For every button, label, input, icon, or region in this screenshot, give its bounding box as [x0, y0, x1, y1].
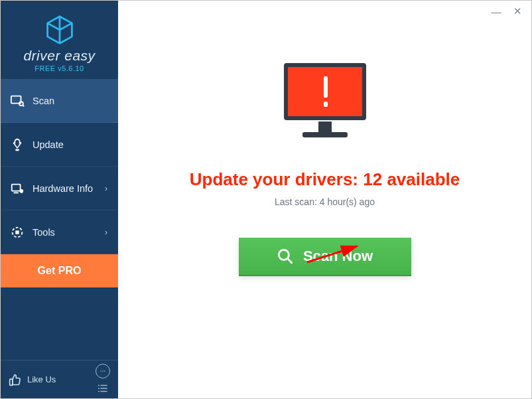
brand-wordmark: driver easy: [23, 48, 95, 64]
get-pro-label: Get PRO: [38, 265, 82, 277]
svg-point-19: [98, 390, 100, 392]
sidebar-item-label: Hardware Info: [33, 183, 105, 194]
sidebar-nav: Scan Update i: [1, 79, 118, 287]
logo-icon: [44, 15, 75, 45]
headline-count: 12: [363, 169, 382, 189]
last-scan-text: Last scan: 4 hour(s) ago: [275, 197, 375, 207]
sidebar-bottom: Like Us: [1, 360, 118, 398]
svg-point-13: [102, 370, 103, 372]
scan-now-button[interactable]: Scan Now: [239, 238, 411, 275]
sidebar-item-update[interactable]: Update: [1, 123, 118, 167]
scan-icon: [10, 94, 25, 108]
sidebar-spacer: [1, 287, 118, 360]
last-scan-value: 4 hour(s) ago: [320, 197, 375, 207]
sidebar-item-scan[interactable]: Scan: [1, 79, 118, 123]
main-panel: — ✕ Update your drivers: 12 available La…: [118, 1, 531, 398]
sidebar-item-hardware-info[interactable]: i Hardware Info ›: [1, 167, 118, 210]
minimize-button[interactable]: —: [486, 3, 506, 19]
svg-point-12: [100, 370, 101, 372]
tools-icon: [10, 225, 25, 240]
svg-line-3: [23, 105, 24, 106]
brand-version-prefix: FREE v: [34, 64, 62, 72]
titlebar: — ✕: [486, 1, 531, 22]
svg-rect-25: [324, 76, 328, 98]
headline-suffix: available: [382, 169, 460, 189]
brand-block: driver easy FREE v5.6.10: [1, 1, 118, 79]
sidebar-item-label: Tools: [33, 227, 105, 238]
svg-rect-4: [15, 149, 19, 151]
close-button[interactable]: ✕: [507, 3, 527, 19]
svg-rect-5: [12, 184, 21, 191]
sidebar-item-label: Scan: [33, 96, 109, 106]
chevron-right-icon: ›: [105, 228, 107, 237]
brand-version: FREE v5.6.10: [34, 64, 84, 72]
scan-now-label: Scan Now: [303, 248, 373, 265]
like-us-label: Like Us: [27, 374, 56, 384]
menu-list-icon[interactable]: [96, 381, 110, 396]
svg-rect-10: [15, 230, 19, 234]
svg-rect-11: [10, 379, 13, 385]
brand-version-number: 5.6.10: [62, 64, 84, 72]
last-scan-prefix: Last scan:: [275, 197, 320, 207]
sidebar-item-label: Update: [33, 139, 109, 150]
svg-rect-24: [302, 132, 348, 137]
app-window: driver easy FREE v5.6.10 Scan: [0, 0, 532, 399]
get-pro-button[interactable]: Get PRO: [1, 254, 118, 287]
like-us-button[interactable]: Like Us: [9, 373, 56, 386]
feedback-icon[interactable]: [96, 364, 110, 378]
headline-prefix: Update your drivers:: [190, 169, 364, 189]
svg-point-17: [98, 388, 100, 389]
sidebar: driver easy FREE v5.6.10 Scan: [1, 1, 118, 398]
chevron-right-icon: ›: [105, 184, 107, 193]
svg-rect-23: [318, 121, 332, 132]
alert-monitor-icon: [272, 58, 378, 151]
svg-point-14: [104, 370, 105, 372]
hardware-info-icon: i: [10, 181, 25, 196]
thumbs-up-icon: [9, 373, 22, 386]
update-icon: [10, 137, 25, 152]
svg-text:i: i: [21, 190, 22, 193]
headline: Update your drivers: 12 available: [190, 169, 460, 190]
svg-point-15: [98, 384, 100, 386]
sidebar-item-tools[interactable]: Tools ›: [1, 210, 118, 254]
svg-line-28: [288, 259, 292, 263]
svg-rect-26: [324, 102, 328, 107]
magnifier-icon: [277, 248, 294, 265]
